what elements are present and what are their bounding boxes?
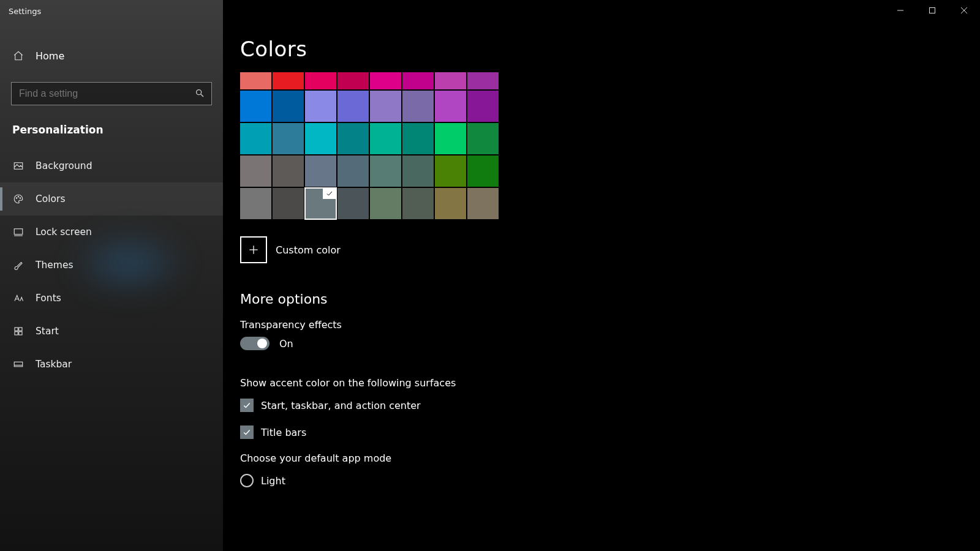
color-swatch[interactable]	[240, 156, 271, 187]
mode-light-radio[interactable]	[240, 474, 254, 487]
palette-icon	[12, 193, 24, 205]
surface-titlebars-label: Title bars	[261, 427, 306, 438]
sidebar-item-background[interactable]: Background	[0, 149, 223, 182]
monitor-icon	[12, 226, 24, 238]
sidebar-item-label: Background	[36, 160, 92, 171]
color-swatch[interactable]	[370, 156, 401, 187]
svg-rect-12	[14, 362, 23, 367]
more-options-heading: More options	[240, 291, 980, 307]
grid-icon	[12, 325, 24, 337]
color-swatch[interactable]	[402, 123, 434, 154]
transparency-label: Transparency effects	[240, 319, 980, 331]
color-swatch[interactable]	[435, 91, 466, 122]
sidebar-item-taskbar[interactable]: Taskbar	[0, 348, 223, 381]
color-swatch[interactable]	[402, 72, 434, 89]
color-swatch[interactable]	[467, 188, 499, 219]
custom-color-label: Custom color	[276, 244, 341, 256]
color-swatch[interactable]	[305, 91, 336, 122]
svg-point-0	[197, 90, 202, 95]
color-swatch[interactable]	[273, 123, 304, 154]
color-swatch[interactable]	[435, 156, 466, 187]
color-swatch[interactable]	[337, 123, 369, 154]
sidebar-item-colors[interactable]: Colors	[0, 182, 223, 216]
search-input[interactable]	[11, 82, 212, 105]
custom-color-button[interactable]	[240, 236, 267, 263]
accent-surfaces-label: Show accent color on the following surfa…	[240, 377, 980, 389]
color-swatch[interactable]	[370, 91, 401, 122]
sidebar-item-label: Start	[36, 326, 59, 337]
svg-line-1	[201, 94, 203, 97]
sidebar-item-fonts[interactable]: Fonts	[0, 282, 223, 315]
sidebar-item-label: Colors	[36, 193, 66, 204]
color-swatch[interactable]	[467, 156, 499, 187]
color-swatch[interactable]	[337, 188, 369, 219]
sidebar-item-label: Themes	[36, 260, 74, 271]
sidebar-item-lock-screen[interactable]: Lock screen	[0, 216, 223, 249]
taskbar-icon	[12, 358, 24, 370]
color-swatch[interactable]	[305, 123, 336, 154]
home-icon	[12, 50, 24, 62]
sidebar-item-start[interactable]: Start	[0, 315, 223, 348]
color-swatch[interactable]	[435, 72, 466, 89]
close-button[interactable]	[948, 0, 980, 21]
color-swatch[interactable]	[402, 188, 434, 219]
brush-icon	[12, 259, 24, 271]
color-swatch[interactable]	[337, 156, 369, 187]
color-swatch[interactable]	[370, 123, 401, 154]
color-swatch[interactable]	[273, 188, 304, 219]
sidebar-item-themes[interactable]: Themes	[0, 249, 223, 282]
color-swatch[interactable]	[337, 91, 369, 122]
color-swatch[interactable]	[435, 188, 466, 219]
svg-rect-15	[930, 8, 935, 13]
svg-point-3	[16, 198, 17, 199]
surface-start-checkbox[interactable]	[240, 399, 254, 412]
maximize-button[interactable]	[916, 0, 948, 21]
color-swatch[interactable]	[240, 91, 271, 122]
color-swatch[interactable]	[467, 91, 499, 122]
sidebar-item-label: Fonts	[36, 293, 61, 304]
color-swatch-grid	[240, 72, 980, 219]
mode-light-label: Light	[261, 475, 285, 487]
svg-rect-8	[15, 328, 18, 331]
sidebar-item-label: Taskbar	[36, 359, 72, 370]
color-swatch[interactable]	[467, 72, 499, 89]
minimize-button[interactable]	[884, 0, 916, 21]
color-swatch[interactable]	[240, 72, 271, 89]
picture-icon	[12, 160, 24, 172]
window-chrome	[884, 0, 980, 21]
color-swatch[interactable]	[240, 188, 271, 219]
color-swatch[interactable]	[240, 123, 271, 154]
svg-rect-9	[19, 328, 22, 331]
surface-titlebars-checkbox[interactable]	[240, 425, 254, 439]
color-swatch[interactable]	[370, 188, 401, 219]
color-swatch[interactable]	[305, 156, 336, 187]
color-swatch[interactable]	[402, 156, 434, 187]
color-swatch[interactable]	[273, 156, 304, 187]
color-swatch[interactable]	[305, 188, 336, 219]
search-icon	[195, 88, 205, 100]
main-content: Colors Custom color More options Transpa…	[223, 0, 980, 551]
color-swatch[interactable]	[402, 91, 434, 122]
svg-point-5	[20, 198, 21, 199]
transparency-toggle[interactable]	[240, 337, 270, 350]
color-swatch[interactable]	[467, 123, 499, 154]
sidebar: Settings Home Personalization Background…	[0, 0, 223, 551]
window-title: Settings	[0, 0, 223, 22]
svg-rect-6	[14, 229, 23, 234]
color-swatch[interactable]	[305, 72, 336, 89]
home-button[interactable]: Home	[0, 39, 223, 72]
sidebar-item-label: Lock screen	[36, 227, 92, 238]
svg-point-4	[18, 197, 19, 198]
color-swatch[interactable]	[337, 72, 369, 89]
sidebar-section-title: Personalization	[0, 105, 223, 143]
home-label: Home	[36, 50, 64, 62]
color-swatch[interactable]	[435, 123, 466, 154]
check-icon	[323, 188, 336, 199]
sidebar-nav: Background Colors Lock screen Themes Fon…	[0, 149, 223, 381]
color-swatch[interactable]	[273, 91, 304, 122]
svg-rect-11	[19, 332, 22, 335]
default-mode-label: Choose your default app mode	[240, 452, 980, 464]
surface-start-label: Start, taskbar, and action center	[261, 400, 421, 411]
color-swatch[interactable]	[273, 72, 304, 89]
color-swatch[interactable]	[370, 72, 401, 89]
